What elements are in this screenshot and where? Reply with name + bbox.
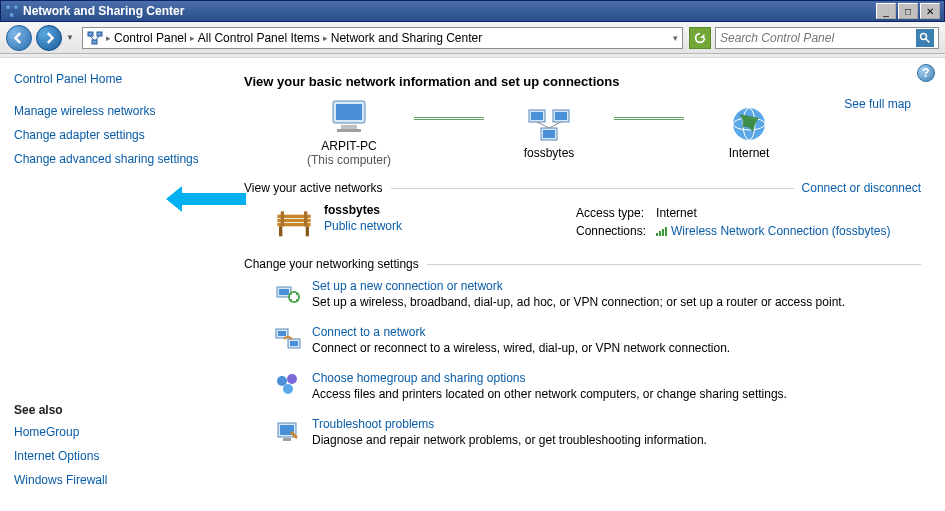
help-button[interactable]: ? [917, 64, 935, 82]
sidebar-link-advanced[interactable]: Change advanced sharing settings [14, 152, 218, 166]
main-content: View your basic network information and … [232, 58, 945, 511]
network-icon [87, 30, 103, 46]
svg-line-23 [549, 122, 561, 128]
svg-rect-33 [304, 211, 307, 226]
connect-disconnect-link[interactable]: Connect or disconnect [802, 181, 921, 195]
search-input[interactable] [720, 31, 916, 45]
svg-rect-30 [279, 226, 282, 236]
svg-line-3 [8, 9, 12, 13]
control-panel-home-link[interactable]: Control Panel Home [14, 72, 218, 86]
breadcrumb-item[interactable]: All Control Panel Items [198, 31, 320, 45]
sidebar-link-adapter[interactable]: Change adapter settings [14, 128, 218, 142]
svg-rect-15 [337, 129, 361, 132]
access-type-label: Access type: [576, 205, 654, 221]
svg-rect-31 [306, 226, 309, 236]
computer-icon [327, 97, 371, 137]
svg-rect-14 [341, 125, 357, 129]
svg-rect-2 [9, 13, 13, 17]
troubleshoot-icon [274, 417, 302, 445]
history-dropdown[interactable]: ▼ [66, 33, 78, 42]
nav-bar: ▼ ▸ Control Panel ▸ All Control Panel It… [0, 22, 945, 54]
svg-rect-1 [14, 5, 18, 9]
see-full-map-link[interactable]: See full map [844, 97, 911, 111]
svg-line-8 [90, 36, 94, 40]
annotation-arrow-icon [166, 186, 246, 212]
map-node-internet[interactable]: Internet [684, 104, 814, 160]
see-also-internet-options[interactable]: Internet Options [14, 449, 218, 463]
sidebar: Control Panel Home Manage wireless netwo… [0, 58, 232, 511]
change-settings-heading: Change your networking settings [244, 257, 419, 271]
svg-rect-37 [665, 227, 667, 236]
network-node-icon [527, 104, 571, 144]
map-node-this-pc[interactable]: ARPIT-PC (This computer) [284, 97, 414, 167]
connections-label: Connections: [576, 223, 654, 240]
svg-rect-21 [543, 130, 555, 138]
svg-line-11 [926, 38, 930, 42]
breadcrumb[interactable]: ▸ Control Panel ▸ All Control Panel Item… [82, 27, 683, 49]
setting-troubleshoot[interactable]: Troubleshoot problems Diagnose and repai… [274, 417, 921, 447]
svg-rect-0 [6, 5, 10, 9]
active-network-type-link[interactable]: Public network [324, 219, 402, 233]
svg-rect-42 [290, 295, 298, 299]
homegroup-icon [274, 371, 302, 399]
active-network-name: fossbytes [324, 203, 402, 217]
setting-homegroup[interactable]: Choose homegroup and sharing options Acc… [274, 371, 921, 401]
svg-rect-39 [279, 289, 289, 295]
see-also-homegroup[interactable]: HomeGroup [14, 425, 218, 439]
svg-point-47 [277, 376, 287, 386]
new-connection-icon [274, 279, 302, 307]
svg-rect-32 [281, 211, 284, 226]
svg-rect-46 [290, 341, 298, 346]
breadcrumb-item[interactable]: Network and Sharing Center [331, 31, 482, 45]
svg-rect-5 [88, 32, 93, 36]
svg-rect-35 [659, 231, 661, 236]
connect-network-icon [274, 325, 302, 353]
map-node-network[interactable]: fossbytes [484, 104, 614, 160]
search-icon[interactable] [916, 29, 934, 47]
page-heading: View your basic network information and … [244, 74, 921, 89]
svg-rect-7 [92, 40, 97, 44]
maximize-button[interactable]: □ [898, 3, 918, 19]
setting-connect-network[interactable]: Connect to a network Connect or reconnec… [274, 325, 921, 355]
bench-icon [274, 203, 314, 243]
minimize-button[interactable]: _ [876, 3, 896, 19]
sidebar-link-wireless[interactable]: Manage wireless networks [14, 104, 218, 118]
svg-line-4 [12, 9, 16, 13]
window-title: Network and Sharing Center [23, 4, 184, 18]
breadcrumb-item[interactable]: Control Panel [114, 31, 187, 45]
title-bar: Network and Sharing Center _ □ ✕ [0, 0, 945, 22]
active-networks-heading: View your active networks [244, 181, 383, 195]
see-also-heading: See also [14, 403, 218, 417]
app-icon [5, 4, 19, 18]
svg-point-49 [283, 384, 293, 394]
connections-link[interactable]: Wireless Network Connection (fossbytes) [656, 223, 898, 240]
search-box[interactable] [715, 27, 939, 49]
svg-rect-19 [555, 112, 567, 120]
svg-rect-36 [662, 229, 664, 236]
svg-rect-17 [531, 112, 543, 120]
svg-point-10 [921, 33, 927, 39]
svg-rect-34 [656, 233, 658, 236]
close-button[interactable]: ✕ [920, 3, 940, 19]
refresh-button[interactable] [689, 27, 711, 49]
svg-line-9 [96, 36, 99, 40]
forward-button[interactable] [36, 25, 62, 51]
setting-new-connection[interactable]: Set up a new connection or network Set u… [274, 279, 921, 309]
signal-icon [656, 225, 668, 239]
svg-rect-6 [97, 32, 102, 36]
svg-line-22 [537, 122, 549, 128]
see-also-firewall[interactable]: Windows Firewall [14, 473, 218, 487]
back-button[interactable] [6, 25, 32, 51]
breadcrumb-dropdown[interactable]: ▾ [673, 33, 678, 43]
svg-rect-44 [278, 331, 286, 336]
svg-rect-52 [283, 438, 291, 441]
globe-icon [727, 104, 771, 144]
svg-rect-13 [336, 104, 362, 120]
svg-point-48 [287, 374, 297, 384]
access-type-value: Internet [656, 205, 898, 221]
